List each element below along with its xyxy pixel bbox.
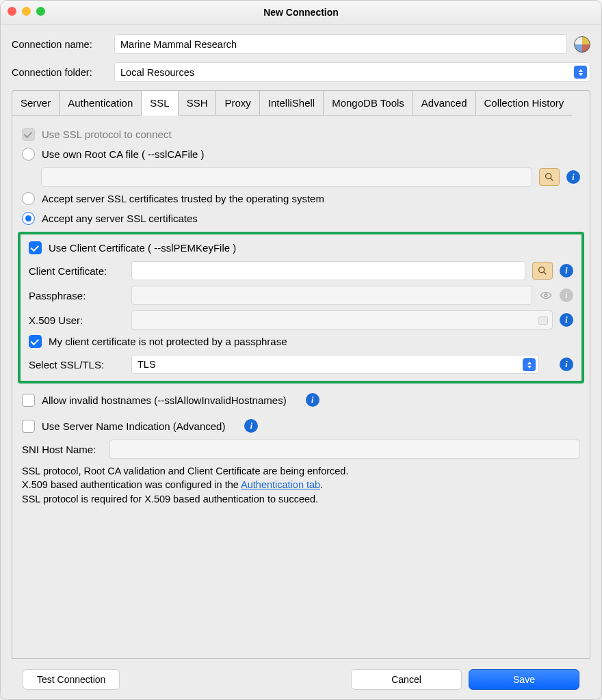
maximize-window-icon[interactable] <box>36 7 45 16</box>
color-picker-icon[interactable] <box>574 36 590 53</box>
connection-folder-label: Connection folder: <box>12 67 107 78</box>
cancel-button[interactable]: Cancel <box>351 669 462 690</box>
svg-line-1 <box>551 178 553 181</box>
root-ca-file-input[interactable] <box>41 167 532 187</box>
passphrase-info-icon: i <box>560 288 573 302</box>
client-certificate-section: Use Client Certificate ( --sslPEMKeyFile… <box>18 232 584 383</box>
client-cert-info-icon[interactable]: i <box>560 264 573 278</box>
select-tls-info-icon[interactable]: i <box>560 358 573 371</box>
root-ca-info-icon[interactable]: i <box>566 170 580 184</box>
ssl-help-line-2: X.509 based authentication was configure… <box>22 478 580 492</box>
ssl-tab-panel: Use SSL protocol to connect Use own Root… <box>12 116 590 659</box>
tab-proxy[interactable]: Proxy <box>216 91 259 116</box>
x509-info-icon[interactable]: i <box>560 313 573 327</box>
test-connection-button[interactable]: Test Connection <box>23 669 120 690</box>
accept-os-radio[interactable] <box>22 192 35 205</box>
allow-invalid-info-icon[interactable]: i <box>306 393 319 407</box>
svg-point-2 <box>539 267 545 273</box>
magnifier-icon <box>537 265 548 276</box>
show-password-icon[interactable] <box>539 288 553 302</box>
tab-authentication[interactable]: Authentication <box>60 91 142 116</box>
root-ca-label: Use own Root CA file ( --sslCAFile ) <box>42 148 205 160</box>
no-passphrase-checkbox[interactable] <box>29 335 42 348</box>
x509-user-label: X.509 User: <box>29 314 125 326</box>
sni-info-icon[interactable]: i <box>244 419 258 433</box>
window-title: New Connection <box>263 7 339 18</box>
use-sni-label: Use Server Name Indication (Advanced) <box>42 420 225 432</box>
svg-point-0 <box>546 174 551 179</box>
client-cert-file-input[interactable] <box>131 261 525 280</box>
svg-line-3 <box>544 272 547 275</box>
connection-name-input[interactable]: Marine Mammal Research <box>114 34 567 54</box>
use-client-cert-checkbox[interactable] <box>29 241 42 254</box>
content-area: Connection name: Marine Mammal Research … <box>1 25 601 699</box>
chevron-up-down-icon <box>574 66 587 79</box>
accept-any-radio[interactable] <box>22 212 35 225</box>
authentication-tab-link[interactable]: Authentication tab <box>241 479 320 490</box>
allow-invalid-hostnames-checkbox[interactable] <box>22 394 35 407</box>
tab-bar: Server Authentication SSL SSH Proxy Inte… <box>12 90 590 116</box>
svg-point-4 <box>545 294 547 297</box>
accept-os-label: Accept server SSL certificates trusted b… <box>42 193 324 204</box>
sni-host-input[interactable] <box>109 440 580 459</box>
tab-collection-history[interactable]: Collection History <box>476 91 573 116</box>
titlebar: New Connection <box>1 1 601 25</box>
select-tls-value: TLS <box>138 359 156 370</box>
tab-ssl[interactable]: SSL <box>142 91 178 116</box>
connection-name-value: Marine Mammal Research <box>120 39 237 50</box>
dialog-footer: Test Connection Cancel Save <box>12 659 590 699</box>
window-controls <box>8 7 45 16</box>
allow-invalid-hostnames-label: Allow invalid hostnames (--sslAllowInval… <box>42 394 287 406</box>
accept-any-label: Accept any server SSL certificates <box>42 213 198 224</box>
sni-host-label: SNI Host Name: <box>22 444 103 455</box>
tab-ssh[interactable]: SSH <box>179 91 217 116</box>
magnifier-icon <box>544 172 555 183</box>
connection-folder-value: Local Resources <box>120 67 194 78</box>
use-sni-checkbox[interactable] <box>22 420 35 433</box>
minimize-window-icon[interactable] <box>22 7 31 16</box>
select-tls-label: Select SSL/TLS: <box>29 359 125 371</box>
use-client-cert-label: Use Client Certificate ( --sslPEMKeyFile… <box>49 242 236 254</box>
select-tls-select[interactable]: TLS <box>131 355 539 374</box>
ssl-help-line-1: SSL protocol, Root CA validation and Cli… <box>22 464 580 478</box>
close-window-icon[interactable] <box>8 7 16 16</box>
tab-server[interactable]: Server <box>12 91 60 116</box>
browse-client-cert-button[interactable] <box>532 262 553 280</box>
save-button[interactable]: Save <box>469 669 579 690</box>
tab-mongodb-tools[interactable]: MongoDB Tools <box>324 91 413 116</box>
ssl-help-line-3: SSL protocol is required for X.509 based… <box>22 492 580 506</box>
tab-advanced[interactable]: Advanced <box>413 91 476 116</box>
use-ssl-label: Use SSL protocol to connect <box>42 129 172 140</box>
client-cert-file-label: Client Certificate: <box>29 265 125 277</box>
root-ca-radio[interactable] <box>22 148 35 161</box>
x509-user-select[interactable] <box>131 310 553 329</box>
tab-intellishell[interactable]: IntelliShell <box>260 91 324 116</box>
connection-folder-select[interactable]: Local Resources <box>114 62 590 82</box>
browse-root-ca-button[interactable] <box>539 168 560 186</box>
passphrase-input[interactable] <box>131 286 532 305</box>
passphrase-label: Passphrase: <box>29 290 125 301</box>
ssl-help-text: SSL protocol, Root CA validation and Cli… <box>22 464 580 506</box>
dialog-window: New Connection Connection name: Marine M… <box>0 0 602 700</box>
connection-name-label: Connection name: <box>12 39 107 50</box>
use-ssl-checkbox <box>22 128 35 141</box>
no-passphrase-label: My client certificate is not protected b… <box>49 336 287 347</box>
chevron-up-down-icon <box>523 358 536 371</box>
